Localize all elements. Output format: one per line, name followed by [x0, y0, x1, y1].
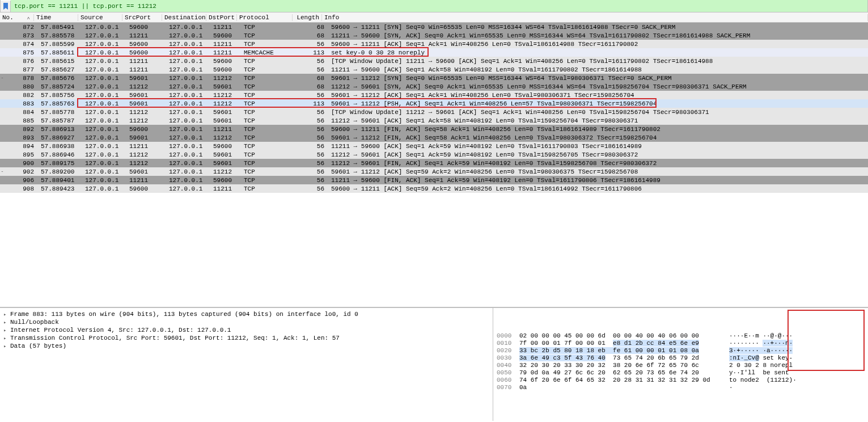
display-filter-input[interactable]: [11, 0, 867, 12]
row-gutter: [0, 65, 5, 74]
col-header-no[interactable]: No.^: [0, 14, 34, 21]
row-gutter: [0, 133, 5, 142]
row-gutter: [0, 99, 5, 108]
table-row[interactable]: 90657.889401127.0.0.111211127.0.0.159600…: [0, 176, 868, 184]
chevron-right-icon: ▸: [3, 319, 10, 326]
row-gutter: [0, 159, 5, 167]
hex-row[interactable]: 005079 0d 0a 49 27 6c 6c 20 62 65 20 73 …: [497, 369, 865, 377]
chevron-right-icon: ▸: [3, 327, 10, 334]
table-row[interactable]: 88557.885787127.0.0.111212127.0.0.159601…: [0, 116, 868, 125]
row-gutter: [0, 82, 5, 91]
row-gutter: [0, 31, 5, 40]
row-gutter: [0, 23, 5, 31]
table-row[interactable]: 88257.885756127.0.0.159601127.0.0.111212…: [0, 91, 868, 99]
tree-item[interactable]: ▸Frame 883: 113 bytes on wire (904 bits)…: [0, 310, 493, 318]
col-header-time[interactable]: Time: [34, 14, 78, 21]
table-row[interactable]: 90057.889175127.0.0.111212127.0.0.159601…: [0, 159, 868, 167]
table-row[interactable]: 90857.889423127.0.0.159600127.0.0.111211…: [0, 184, 868, 193]
table-row[interactable]: 87557.885611127.0.0.159600127.0.0.111211…: [0, 48, 868, 57]
packet-list-body[interactable]: 87257.885491127.0.0.159600127.0.0.111211…: [0, 23, 868, 193]
display-filter-bar: [0, 0, 868, 12]
col-header-info[interactable]: Info: [322, 14, 868, 21]
table-row[interactable]: -90257.889200127.0.0.159601127.0.0.11121…: [0, 167, 868, 176]
row-gutter: [0, 57, 5, 65]
table-row[interactable]: 87757.885627127.0.0.111211127.0.0.159600…: [0, 65, 868, 74]
hex-row[interactable]: 000002 00 00 00 45 00 00 6d 00 00 40 00 …: [497, 332, 865, 340]
packet-list-header[interactable]: No.^ Time Source SrcPort Destination Dst…: [0, 12, 868, 23]
row-gutter: -: [0, 74, 5, 82]
packet-details-pane[interactable]: ▸Frame 883: 113 bytes on wire (904 bits)…: [0, 308, 493, 421]
row-gutter: [0, 184, 5, 193]
row-gutter: [0, 176, 5, 184]
row-gutter: [0, 150, 5, 159]
col-header-dstport[interactable]: DstPort: [206, 14, 237, 21]
hex-row[interactable]: 00107f 00 00 01 7f 00 00 01 e8 d1 2b cc …: [497, 340, 865, 347]
hex-row[interactable]: 00700a·: [497, 384, 865, 391]
tree-item[interactable]: ▸Internet Protocol Version 4, Src: 127.0…: [0, 326, 493, 334]
sort-caret-icon: ^: [27, 16, 30, 21]
row-gutter: [0, 40, 5, 48]
col-header-protocol[interactable]: Protocol: [237, 14, 293, 21]
table-row[interactable]: 87657.885615127.0.0.111211127.0.0.159600…: [0, 57, 868, 65]
chevron-right-icon: ▸: [3, 335, 10, 341]
table-row[interactable]: -87857.885676127.0.0.159601127.0.0.11121…: [0, 74, 868, 82]
hex-row[interactable]: 002033 bc 2b d5 80 18 18 eb fe 61 00 00 …: [497, 347, 865, 355]
col-header-destination[interactable]: Destination: [162, 14, 206, 21]
row-gutter: [0, 91, 5, 99]
chevron-right-icon: ▸: [3, 343, 10, 349]
table-row[interactable]: 89457.886938127.0.0.111211127.0.0.159600…: [0, 142, 868, 150]
row-gutter: [0, 116, 5, 125]
packet-bytes-pane[interactable]: 000002 00 00 00 45 00 00 6d 00 00 40 00 …: [493, 308, 868, 421]
table-row[interactable]: 89357.886927127.0.0.159601127.0.0.111212…: [0, 133, 868, 142]
row-gutter: [0, 48, 5, 57]
tree-item[interactable]: ▸Data (57 bytes): [0, 342, 493, 350]
hex-row[interactable]: 004032 20 30 20 33 30 20 32 38 20 6e 6f …: [497, 362, 865, 369]
hex-row[interactable]: 00303a 6e 49 c3 5f 43 76 40 73 65 74 20 …: [497, 355, 865, 362]
col-header-length[interactable]: Length: [293, 14, 322, 21]
table-row[interactable]: 88057.885724127.0.0.111212127.0.0.159601…: [0, 82, 868, 91]
col-header-source[interactable]: Source: [78, 14, 122, 21]
bottom-panes: ▸Frame 883: 113 bytes on wire (904 bits)…: [0, 307, 868, 421]
table-row[interactable]: 87357.885578127.0.0.111211127.0.0.159600…: [0, 31, 868, 40]
table-row[interactable]: 89257.886913127.0.0.159600127.0.0.111211…: [0, 125, 868, 133]
tree-item[interactable]: ▸Null/Loopback: [0, 318, 493, 326]
table-row[interactable]: 89557.886946127.0.0.111212127.0.0.159601…: [0, 150, 868, 159]
row-gutter: [0, 108, 5, 116]
row-gutter: [0, 142, 5, 150]
tree-item[interactable]: ▸Transmission Control Protocol, Src Port…: [0, 334, 493, 342]
table-row[interactable]: 87257.885491127.0.0.159600127.0.0.111211…: [0, 23, 868, 31]
col-header-srcport[interactable]: SrcPort: [122, 14, 162, 21]
table-row[interactable]: 88457.885778127.0.0.111212127.0.0.159601…: [0, 108, 868, 116]
packet-list-pane: No.^ Time Source SrcPort Destination Dst…: [0, 12, 868, 307]
table-row[interactable]: 88357.885763127.0.0.159601127.0.0.111212…: [0, 99, 868, 108]
row-gutter: -: [0, 167, 5, 176]
row-gutter: [0, 125, 5, 133]
bookmark-icon[interactable]: [1, 1, 11, 12]
chevron-right-icon: ▸: [3, 311, 10, 318]
hex-row[interactable]: 006074 6f 20 6e 6f 64 65 32 20 28 31 31 …: [497, 377, 865, 384]
table-row[interactable]: 87457.885599127.0.0.159600127.0.0.111211…: [0, 40, 868, 48]
